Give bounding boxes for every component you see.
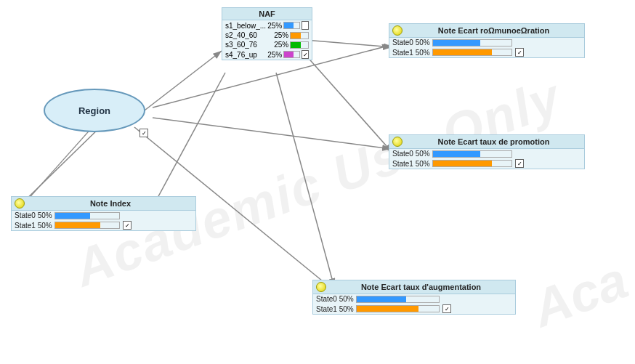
note-ecart-promo-title: Note Ecart taux de promotion: [406, 137, 581, 146]
note-ecart-promo-node: Note Ecart taux de promotion State0 50% …: [389, 134, 585, 169]
note-ecart-comm-state0-label: State0 50%: [392, 39, 432, 46]
note-ecart-aug-state0-label: State0 50%: [316, 295, 356, 303]
note-ecart-promo-header: Note Ecart taux de promotion: [389, 135, 584, 149]
note-ecart-aug-header: Note Ecart taux d'augmentation: [313, 280, 515, 294]
region-label: Region: [78, 105, 110, 116]
naf-row-2: s2_40_60 25%: [222, 31, 312, 40]
naf-check-1[interactable]: [302, 21, 309, 30]
note-ecart-aug-state1-bar: [356, 305, 440, 312]
watermark2: Aca: [525, 250, 635, 339]
note-ecart-comm-state0-bar: [432, 39, 512, 46]
note-ecart-promo-state0-bar: [432, 150, 512, 158]
note-ecart-promo-circle: [392, 137, 403, 147]
note-ecart-aug-circle: [316, 282, 326, 292]
note-ecart-comm-circle: [392, 25, 403, 36]
naf-bar-2: [290, 32, 309, 39]
naf-row-1: s1_below_.... 25%: [222, 20, 312, 31]
naf-label-3: s3_60_76: [225, 41, 272, 49]
naf-bar-3: [290, 41, 309, 49]
naf-node: NAF s1_below_.... 25% s2_40_60 25% s3_60…: [222, 7, 312, 60]
note-index-node: Note Index State0 50% State1 50% ✓: [11, 196, 196, 231]
note-ecart-comm-state0-row: State0 50%: [389, 38, 584, 47]
note-index-state1-row: State1 50% ✓: [12, 220, 195, 230]
svg-line-5: [153, 73, 225, 207]
naf-bar-1: [283, 22, 300, 29]
note-ecart-aug-state1-label: State1 50%: [316, 305, 356, 313]
svg-line-6: [142, 51, 222, 113]
note-ecart-aug-node: Note Ecart taux d'augmentation State0 50…: [312, 280, 516, 315]
svg-line-8: [153, 118, 391, 149]
note-index-state0-row: State0 50%: [12, 211, 195, 220]
note-index-circle: [15, 198, 25, 209]
note-ecart-comm-state1-row: State1 50% ✓: [389, 47, 584, 57]
note-ecart-aug-title: Note Ecart taux d'augmentation: [330, 283, 512, 291]
note-index-header: Note Index: [12, 197, 195, 211]
naf-pct-1: 25%: [267, 22, 282, 30]
naf-label-2: s2_40_60: [225, 31, 272, 39]
note-index-title: Note Index: [28, 199, 193, 208]
naf-pct-4: 25%: [267, 51, 282, 59]
note-ecart-comm-state1-bar: [432, 49, 512, 56]
note-ecart-aug-state0-row: State0 50%: [313, 294, 515, 304]
note-ecart-promo-state1-bar: [432, 160, 512, 167]
note-ecart-promo-checkbox[interactable]: ✓: [515, 159, 524, 168]
note-index-checkbox[interactable]: ✓: [123, 221, 132, 230]
note-ecart-aug-checkbox[interactable]: ✓: [442, 304, 451, 313]
naf-header: NAF: [222, 8, 312, 20]
note-ecart-promo-state0-label: State0 50%: [392, 150, 432, 158]
naf-bar-4: [283, 51, 300, 58]
note-ecart-promo-state1-label: State1 50%: [392, 160, 432, 168]
region-ellipse: Region: [44, 89, 145, 132]
note-ecart-promo-state0-row: State0 50%: [389, 149, 584, 158]
note-ecart-aug-state1-row: State1 50% ✓: [313, 304, 515, 314]
region-checkbox[interactable]: ✓: [139, 129, 148, 137]
naf-row-3: s3_60_76 25%: [222, 40, 312, 49]
note-ecart-comm-header: Note Ecart roΩmunoeΩration: [389, 24, 584, 38]
note-index-state0-label: State0 50%: [15, 211, 54, 219]
note-index-state0-bar: [54, 212, 120, 219]
note-ecart-comm-state1-label: State1 50%: [392, 49, 432, 57]
svg-line-4: [276, 73, 334, 287]
naf-label-4: s4_76_up: [225, 51, 267, 59]
note-ecart-comm-checkbox[interactable]: ✓: [515, 48, 524, 57]
note-index-state1-bar: [54, 222, 120, 229]
note-ecart-comm-node: Note Ecart roΩmunoeΩration State0 50% St…: [389, 23, 585, 58]
naf-row-4: s4_76_up 25% ✓: [222, 49, 312, 60]
note-index-state1-label: State1 50%: [15, 222, 54, 230]
naf-pct-3: 25%: [272, 41, 289, 49]
note-ecart-promo-state1-row: State1 50% ✓: [389, 158, 584, 169]
naf-title: NAF: [225, 9, 309, 18]
naf-label-1: s1_below_....: [225, 22, 267, 30]
note-ecart-aug-state0-bar: [356, 296, 440, 303]
svg-line-2: [305, 40, 392, 47]
naf-pct-2: 25%: [272, 31, 289, 39]
naf-check-4[interactable]: ✓: [302, 50, 309, 59]
note-ecart-comm-title: Note Ecart roΩmunoeΩration: [406, 26, 581, 35]
svg-line-3: [305, 54, 392, 153]
